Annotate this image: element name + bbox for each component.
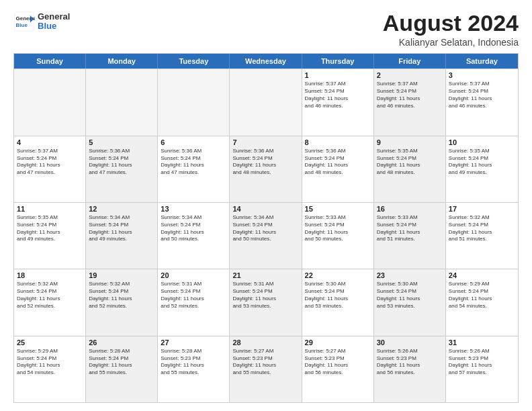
header-cell-monday: Monday [86, 54, 158, 68]
day-cell-1: 1Sunrise: 5:37 AMSunset: 5:24 PMDaylight… [302, 69, 374, 135]
day-cell-16: 16Sunrise: 5:33 AMSunset: 5:24 PMDayligh… [374, 203, 446, 269]
day-number: 10 [449, 138, 515, 146]
day-info: Sunrise: 5:37 AMSunset: 5:24 PMDaylight:… [449, 81, 515, 109]
svg-text:Blue: Blue [16, 22, 28, 28]
logo-icon: General Blue [13, 11, 35, 32]
day-number: 8 [305, 138, 371, 146]
day-number: 16 [377, 205, 443, 213]
day-info: Sunrise: 5:31 AMSunset: 5:24 PMDaylight:… [232, 281, 298, 310]
day-number: 25 [17, 338, 83, 347]
day-number: 1 [305, 71, 371, 79]
day-info: Sunrise: 5:36 AMSunset: 5:24 PMDaylight:… [232, 148, 298, 177]
day-number: 11 [17, 205, 83, 213]
day-number: 26 [89, 338, 154, 347]
day-number: 29 [305, 338, 371, 347]
header-cell-sunday: Sunday [14, 54, 86, 68]
day-cell-28: 28Sunrise: 5:27 AMSunset: 5:23 PMDayligh… [230, 336, 302, 402]
day-cell-14: 14Sunrise: 5:34 AMSunset: 5:24 PMDayligh… [230, 203, 302, 269]
day-cell-3: 3Sunrise: 5:37 AMSunset: 5:24 PMDaylight… [446, 69, 518, 135]
empty-cell [14, 69, 86, 135]
day-cell-23: 23Sunrise: 5:30 AMSunset: 5:24 PMDayligh… [374, 269, 446, 335]
day-info: Sunrise: 5:35 AMSunset: 5:24 PMDaylight:… [17, 214, 83, 243]
title-block: August 2024 Kalianyar Selatan, Indonesia [383, 11, 519, 48]
logo-line2: Blue [38, 21, 70, 31]
day-info: Sunrise: 5:28 AMSunset: 5:24 PMDaylight:… [89, 348, 154, 377]
day-cell-13: 13Sunrise: 5:34 AMSunset: 5:24 PMDayligh… [158, 203, 230, 269]
cal-row-0: 1Sunrise: 5:37 AMSunset: 5:24 PMDaylight… [14, 68, 518, 135]
logo: General Blue General Blue [13, 11, 70, 32]
header-cell-tuesday: Tuesday [158, 54, 230, 68]
day-cell-17: 17Sunrise: 5:32 AMSunset: 5:24 PMDayligh… [446, 203, 518, 269]
day-info: Sunrise: 5:34 AMSunset: 5:24 PMDaylight:… [89, 214, 154, 243]
day-info: Sunrise: 5:28 AMSunset: 5:23 PMDaylight:… [161, 348, 226, 377]
day-number: 22 [305, 271, 371, 279]
day-number: 3 [449, 71, 515, 79]
cal-row-4: 25Sunrise: 5:29 AMSunset: 5:24 PMDayligh… [14, 336, 518, 402]
header: General Blue General Blue August 2024 Ka… [13, 11, 519, 48]
day-cell-31: 31Sunrise: 5:26 AMSunset: 5:23 PMDayligh… [446, 336, 518, 402]
header-cell-friday: Friday [374, 54, 446, 68]
cal-row-3: 18Sunrise: 5:32 AMSunset: 5:24 PMDayligh… [14, 269, 518, 335]
day-cell-5: 5Sunrise: 5:36 AMSunset: 5:24 PMDaylight… [86, 136, 158, 202]
day-info: Sunrise: 5:27 AMSunset: 5:23 PMDaylight:… [305, 348, 371, 377]
day-info: Sunrise: 5:26 AMSunset: 5:23 PMDaylight:… [449, 348, 515, 377]
day-info: Sunrise: 5:36 AMSunset: 5:24 PMDaylight:… [89, 148, 154, 177]
day-number: 13 [161, 205, 226, 213]
calendar-subtitle: Kalianyar Selatan, Indonesia [383, 37, 519, 48]
day-cell-27: 27Sunrise: 5:28 AMSunset: 5:23 PMDayligh… [158, 336, 230, 402]
header-cell-wednesday: Wednesday [230, 54, 302, 68]
day-info: Sunrise: 5:31 AMSunset: 5:24 PMDaylight:… [161, 281, 226, 310]
day-info: Sunrise: 5:34 AMSunset: 5:24 PMDaylight:… [232, 214, 298, 243]
day-cell-11: 11Sunrise: 5:35 AMSunset: 5:24 PMDayligh… [14, 203, 86, 269]
day-cell-21: 21Sunrise: 5:31 AMSunset: 5:24 PMDayligh… [230, 269, 302, 335]
day-number: 17 [449, 205, 515, 213]
calendar-title: August 2024 [383, 11, 519, 36]
day-info: Sunrise: 5:29 AMSunset: 5:24 PMDaylight:… [17, 348, 83, 377]
day-info: Sunrise: 5:32 AMSunset: 5:24 PMDaylight:… [89, 281, 154, 310]
day-number: 4 [17, 138, 83, 146]
day-number: 30 [377, 338, 443, 347]
day-info: Sunrise: 5:27 AMSunset: 5:23 PMDaylight:… [232, 348, 298, 377]
day-cell-24: 24Sunrise: 5:29 AMSunset: 5:24 PMDayligh… [446, 269, 518, 335]
day-number: 6 [161, 138, 226, 146]
day-cell-18: 18Sunrise: 5:32 AMSunset: 5:24 PMDayligh… [14, 269, 86, 335]
empty-cell [230, 69, 302, 135]
day-info: Sunrise: 5:37 AMSunset: 5:24 PMDaylight:… [305, 81, 371, 109]
day-cell-2: 2Sunrise: 5:37 AMSunset: 5:24 PMDaylight… [374, 69, 446, 135]
day-number: 21 [232, 271, 298, 279]
cal-row-2: 11Sunrise: 5:35 AMSunset: 5:24 PMDayligh… [14, 202, 518, 269]
day-info: Sunrise: 5:35 AMSunset: 5:24 PMDaylight:… [449, 148, 515, 177]
day-number: 15 [305, 205, 371, 213]
day-info: Sunrise: 5:33 AMSunset: 5:24 PMDaylight:… [377, 214, 443, 243]
day-cell-12: 12Sunrise: 5:34 AMSunset: 5:24 PMDayligh… [86, 203, 158, 269]
day-cell-26: 26Sunrise: 5:28 AMSunset: 5:24 PMDayligh… [86, 336, 158, 402]
day-number: 23 [377, 271, 443, 279]
day-number: 5 [89, 138, 154, 146]
page: General Blue General Blue August 2024 Ka… [0, 0, 532, 411]
day-cell-15: 15Sunrise: 5:33 AMSunset: 5:24 PMDayligh… [302, 203, 374, 269]
day-info: Sunrise: 5:36 AMSunset: 5:24 PMDaylight:… [305, 148, 371, 177]
day-number: 20 [161, 271, 226, 279]
day-info: Sunrise: 5:26 AMSunset: 5:23 PMDaylight:… [377, 348, 443, 377]
logo-text: General Blue [38, 12, 70, 32]
day-cell-6: 6Sunrise: 5:36 AMSunset: 5:24 PMDaylight… [158, 136, 230, 202]
day-cell-20: 20Sunrise: 5:31 AMSunset: 5:24 PMDayligh… [158, 269, 230, 335]
day-cell-7: 7Sunrise: 5:36 AMSunset: 5:24 PMDaylight… [230, 136, 302, 202]
day-number: 9 [377, 138, 443, 146]
day-info: Sunrise: 5:35 AMSunset: 5:24 PMDaylight:… [377, 148, 443, 177]
day-info: Sunrise: 5:32 AMSunset: 5:24 PMDaylight:… [449, 214, 515, 243]
day-cell-8: 8Sunrise: 5:36 AMSunset: 5:24 PMDaylight… [302, 136, 374, 202]
day-info: Sunrise: 5:30 AMSunset: 5:24 PMDaylight:… [305, 281, 371, 310]
day-cell-4: 4Sunrise: 5:37 AMSunset: 5:24 PMDaylight… [14, 136, 86, 202]
day-number: 28 [232, 338, 298, 347]
day-number: 18 [17, 271, 83, 279]
day-info: Sunrise: 5:34 AMSunset: 5:24 PMDaylight:… [161, 214, 226, 243]
day-number: 19 [89, 271, 154, 279]
day-cell-10: 10Sunrise: 5:35 AMSunset: 5:24 PMDayligh… [446, 136, 518, 202]
calendar-body: 1Sunrise: 5:37 AMSunset: 5:24 PMDaylight… [14, 68, 518, 402]
day-number: 24 [449, 271, 515, 279]
day-cell-9: 9Sunrise: 5:35 AMSunset: 5:24 PMDaylight… [374, 136, 446, 202]
empty-cell [158, 69, 230, 135]
cal-row-1: 4Sunrise: 5:37 AMSunset: 5:24 PMDaylight… [14, 136, 518, 202]
day-number: 7 [232, 138, 298, 146]
